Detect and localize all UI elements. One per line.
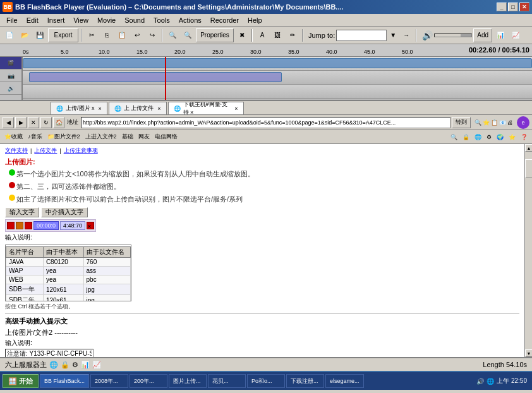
table-cell: SDB二年 (6, 295, 44, 302)
menu-view[interactable]: View (70, 15, 92, 25)
upload-browse-btn[interactable]: 输入文字 (5, 207, 39, 217)
tracks-main[interactable] (23, 57, 532, 101)
taskbar-item-4[interactable]: 花贝... (208, 374, 246, 388)
sep2 (162, 29, 163, 42)
toolbar-add[interactable]: Add (473, 28, 492, 42)
table-area-1: 名片平台 由于中基本 由于以文件名 JAVAC80120760WAPyeaass… (5, 243, 131, 311)
browser-back-btn[interactable]: ◀ (3, 117, 14, 128)
browser-tab-3[interactable]: 🌐 下载主机#网量·支持 × × (168, 102, 244, 114)
browser-tab-1[interactable]: 🌐 上传/图片 x × (51, 102, 107, 114)
tb2-basic[interactable]: 基础 (120, 133, 135, 141)
track-block-2 (29, 72, 282, 82)
taskbar-item-7[interactable]: elsegame... (325, 374, 364, 388)
nav-link-3[interactable]: 上传注意事项 (64, 147, 98, 155)
menu-file[interactable]: File (3, 15, 21, 25)
playhead (165, 57, 166, 101)
taskbar-item-0[interactable]: BB FlashBack... (40, 374, 89, 388)
tb2-upload[interactable]: 上进入文件2 (83, 133, 119, 141)
toolbar-props[interactable]: Properties (196, 28, 234, 42)
btn-history[interactable]: 📋 (491, 119, 498, 126)
browser-go-btn[interactable]: 转到 (452, 117, 471, 128)
menu-movie[interactable]: Movie (94, 15, 119, 25)
browser-stop-btn[interactable]: ✕ (28, 117, 39, 128)
scroll-down-btn[interactable]: ▼ (525, 349, 532, 357)
toolbar-text[interactable]: A (255, 28, 269, 42)
rule-text-2: 第二、三，四可选添饰件都缩图。 (16, 182, 121, 191)
taskbar-item-6[interactable]: 下载注册... (286, 374, 324, 388)
tb2-favorites[interactable]: ⭐收藏 (3, 133, 25, 141)
btn-favorites[interactable]: ⭐ (483, 119, 490, 126)
taskbar-item-1[interactable]: 2008年... (90, 374, 128, 388)
browser-forward-btn[interactable]: ▶ (15, 117, 27, 128)
upload-area-1: 名片平台 由于中基本 由于以文件名 JAVAC80120760WAPyeaass… (5, 243, 519, 311)
sep5 (416, 29, 417, 42)
toolbar-export[interactable]: Export (48, 28, 78, 42)
tb2-files[interactable]: 📁图片文件2 (45, 133, 82, 141)
mc-pause[interactable] (25, 222, 32, 229)
browser-refresh-btn[interactable]: ↻ (40, 117, 52, 128)
media-controls: 00:00:0 4:48:70 × (5, 219, 96, 232)
toolbar-cut[interactable]: ✂ (85, 28, 99, 42)
browser-home-btn[interactable]: 🏠 (53, 117, 64, 128)
volume-slider[interactable] (434, 33, 472, 37)
menu-edit[interactable]: Edit (23, 15, 42, 25)
toolbar-bar1[interactable]: 📊 (493, 28, 507, 42)
start-button[interactable]: 🪟 开始 (3, 374, 39, 388)
tb2-friends[interactable]: 网友 (136, 133, 152, 141)
toolbar-zoom-out[interactable]: 🔍 (181, 28, 195, 42)
taskbar-item-5[interactable]: Po和o... (247, 374, 285, 388)
btn-search[interactable]: 🔍 (475, 119, 481, 126)
scroll-up-btn[interactable]: ▲ (525, 144, 532, 152)
tab-3-close[interactable]: × (234, 106, 238, 112)
track-label-3: 🔊 (0, 82, 21, 95)
tb2-telecom[interactable]: 电信网络 (153, 133, 179, 141)
taskbar-item-2[interactable]: 200年... (130, 374, 167, 388)
upload-input-2[interactable] (5, 349, 94, 357)
menu-actions[interactable]: Actions (175, 15, 205, 25)
btn-print[interactable]: 🖨 (507, 119, 513, 126)
toolbar-copy[interactable]: ⎘ (100, 28, 114, 42)
table-cell: 120x61 (43, 284, 83, 295)
nav-link-1[interactable]: 文件支持 (5, 147, 28, 155)
toolbar-draw[interactable]: ✏ (286, 28, 299, 42)
menu-recorder[interactable]: Recorder (207, 15, 243, 25)
tab-2-close[interactable]: × (157, 106, 160, 112)
windows-icon: 🪟 (8, 377, 17, 385)
btn-mail[interactable]: 📧 (499, 119, 506, 126)
jump-dropdown-btn[interactable]: ▼ (388, 28, 398, 42)
close-button[interactable]: ✕ (519, 3, 529, 11)
toolbar-bar2[interactable]: 📈 (509, 28, 523, 42)
address-input[interactable] (81, 117, 450, 128)
toolbar-paste[interactable]: 📋 (115, 28, 129, 42)
nav-link-2[interactable]: 上传文件 (34, 147, 57, 155)
toolbar-open[interactable]: 📂 (18, 28, 32, 42)
jump-go-btn[interactable]: → (399, 28, 413, 42)
minimize-button[interactable]: _ (497, 3, 507, 11)
scroll-thumb-v[interactable] (525, 159, 532, 178)
browser-tab-2[interactable]: 🌐 上 上传文件 × (109, 102, 167, 114)
menu-help[interactable]: Help (244, 15, 266, 25)
toolbar-new[interactable]: 📄 (3, 28, 16, 42)
toolbar-image[interactable]: 🖼 (270, 28, 284, 42)
content-main[interactable]: 文件支持 | 上传文件 | 上传注意事项 上传图片: 第一个选小图片文<100将… (0, 144, 524, 357)
toolbar-zoom-in[interactable]: 🔍 (166, 28, 179, 42)
taskbar-item-3[interactable]: 图片上传... (169, 374, 207, 388)
toolbar-redo[interactable]: ↪ (145, 28, 159, 42)
menu-insert[interactable]: Insert (44, 15, 69, 25)
toolbar-undo[interactable]: ↩ (130, 28, 144, 42)
toolbar-delete[interactable]: ✖ (235, 28, 249, 42)
menu-sound[interactable]: Sound (121, 15, 148, 25)
toolbar-save[interactable]: 💾 (33, 28, 47, 42)
jump-to-input[interactable] (336, 30, 387, 41)
menu-tools[interactable]: Tools (150, 15, 174, 25)
mc-end[interactable]: × (87, 222, 94, 229)
table-wrapper-1[interactable]: 名片平台 由于中基本 由于以文件名 JAVAC80120760WAPyeaass… (5, 245, 131, 301)
mc-stop[interactable] (7, 222, 15, 229)
timeline-ruler: 0s 5.0 10.0 15.0 20.0 25.0 30.0 35.0 40.… (0, 44, 532, 57)
maximize-button[interactable]: □ (508, 3, 518, 11)
tb2-music[interactable]: ♪音乐 (26, 133, 44, 141)
upload-exec-btn[interactable]: 中介插入文字 (41, 207, 88, 217)
mc-rec[interactable] (16, 222, 23, 229)
rule-text-1: 第一个选小图片文<100将作为缩放图，如果没有别从人用中自动生成缩放图。 (16, 169, 255, 179)
tab-1-close[interactable]: × (99, 106, 102, 112)
